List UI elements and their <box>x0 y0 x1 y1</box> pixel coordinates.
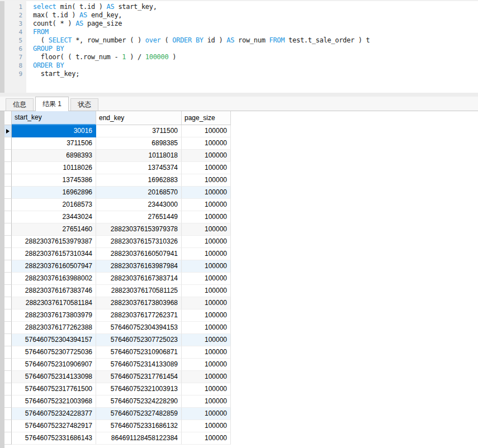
editor-line[interactable]: 1select min( t.id ) AS start_key, <box>4 3 370 11</box>
cell-end-key[interactable]: 16962883 <box>96 174 182 187</box>
cell-page-size[interactable]: 100000 <box>182 211 231 223</box>
cell-start-key[interactable]: 30016 <box>12 125 96 137</box>
cell-end-key[interactable]: 13745374 <box>96 162 182 174</box>
column-header-start-key[interactable]: start_key <box>12 111 96 125</box>
cell-page-size[interactable]: 100000 <box>182 236 231 248</box>
row-selector[interactable] <box>4 395 12 408</box>
row-selector[interactable] <box>4 125 12 137</box>
column-header-end-key[interactable]: end_key <box>96 111 182 125</box>
row-selector[interactable] <box>4 211 12 223</box>
editor-line[interactable]: 9 start_key; <box>4 70 370 78</box>
cell-end-key[interactable]: 576460752304394153 <box>96 322 182 334</box>
editor-line[interactable]: 7 floor( ( t.row_num - 1 ) / 100000 ) <box>4 53 370 61</box>
cell-start-key[interactable]: 20168573 <box>12 199 96 211</box>
row-selector[interactable] <box>4 260 12 273</box>
editor-line[interactable]: 4FROM <box>4 28 370 36</box>
row-selector[interactable] <box>4 174 12 187</box>
cell-end-key[interactable]: 288230376177262371 <box>96 309 182 322</box>
editor-results-splitter[interactable] <box>0 93 478 97</box>
cell-end-key[interactable]: 288230376173803968 <box>96 297 182 309</box>
cell-page-size[interactable]: 100000 <box>182 187 231 199</box>
tab-info[interactable]: 信息 <box>6 98 34 111</box>
cell-page-size[interactable]: 100000 <box>182 248 231 260</box>
cell-start-key[interactable]: 10118026 <box>12 162 96 174</box>
cell-end-key[interactable]: 576460752324228290 <box>96 395 182 408</box>
cell-page-size[interactable]: 100000 <box>182 383 231 395</box>
code-text[interactable]: count( * ) AS page_size <box>26 20 122 27</box>
cell-end-key[interactable]: 288230376157310326 <box>96 236 182 248</box>
row-selector[interactable] <box>4 162 12 174</box>
cell-end-key[interactable]: 576460752310906871 <box>96 346 182 359</box>
row-selector[interactable] <box>4 309 12 322</box>
tab-result-1[interactable]: 结果 1 <box>35 97 69 111</box>
cell-page-size[interactable]: 100000 <box>182 297 231 309</box>
cell-end-key[interactable]: 576460752307725023 <box>96 334 182 346</box>
code-text[interactable]: floor( ( t.row_num - 1 ) / 100000 ) <box>26 53 176 61</box>
cell-start-key[interactable]: 16962896 <box>12 187 96 199</box>
cell-page-size[interactable]: 100000 <box>182 150 231 162</box>
row-selector[interactable] <box>4 420 12 432</box>
cell-end-key[interactable]: 3711500 <box>96 125 182 137</box>
cell-end-key[interactable]: 576460752321003913 <box>96 383 182 395</box>
cell-page-size[interactable]: 100000 <box>182 125 231 137</box>
cell-page-size[interactable]: 100000 <box>182 174 231 187</box>
row-selector[interactable] <box>4 334 12 346</box>
row-selector[interactable] <box>4 359 12 371</box>
cell-page-size[interactable]: 100000 <box>182 408 231 420</box>
cell-page-size[interactable]: 100000 <box>182 309 231 322</box>
row-selector[interactable] <box>4 236 12 248</box>
cell-page-size[interactable]: 100000 <box>182 199 231 211</box>
row-selector[interactable] <box>4 285 12 297</box>
row-selector[interactable] <box>4 199 12 211</box>
code-text[interactable]: FROM <box>26 28 49 36</box>
row-selector[interactable] <box>4 371 12 383</box>
code-text[interactable]: ( SELECT *, row_number ( ) over ( ORDER … <box>26 36 370 44</box>
cell-end-key[interactable]: 27651449 <box>96 211 182 223</box>
cell-start-key[interactable]: 3711506 <box>12 137 96 150</box>
editor-line[interactable]: 8ORDER BY <box>4 61 370 70</box>
editor-line[interactable]: 5 ( SELECT *, row_number ( ) over ( ORDE… <box>4 36 370 45</box>
cell-end-key[interactable]: 23443000 <box>96 199 182 211</box>
cell-page-size[interactable]: 100000 <box>182 322 231 334</box>
cell-page-size[interactable]: 100000 <box>182 420 231 432</box>
cell-page-size[interactable]: 100000 <box>182 395 231 408</box>
cell-page-size[interactable]: 100000 <box>182 273 231 285</box>
cell-start-key[interactable]: 576460752314133098 <box>12 371 96 383</box>
cell-start-key[interactable]: 6898393 <box>12 150 96 162</box>
cell-start-key[interactable]: 27651460 <box>12 223 96 236</box>
cell-end-key[interactable]: 288230376167383714 <box>96 273 182 285</box>
cell-end-key[interactable]: 288230376170581125 <box>96 285 182 297</box>
code-text[interactable]: start_key; <box>26 70 79 78</box>
row-selector[interactable] <box>4 273 12 285</box>
cell-end-key[interactable]: 576460752327482859 <box>96 408 182 420</box>
row-selector[interactable] <box>4 248 12 260</box>
cell-page-size[interactable]: 100000 <box>182 371 231 383</box>
cell-start-key[interactable]: 576460752304394157 <box>12 334 96 346</box>
cell-start-key[interactable]: 288230376170581184 <box>12 297 96 309</box>
row-selector[interactable] <box>4 408 12 420</box>
cell-page-size[interactable]: 100000 <box>182 359 231 371</box>
sql-editor[interactable]: 1select min( t.id ) AS start_key,2max( t… <box>4 1 478 93</box>
cell-end-key[interactable]: 10118018 <box>96 150 182 162</box>
cell-end-key[interactable]: 864691128458122384 <box>96 432 182 445</box>
cell-start-key[interactable]: 288230376160507947 <box>12 260 96 273</box>
code-text[interactable]: ORDER BY <box>26 61 64 69</box>
cell-page-size[interactable]: 100000 <box>182 432 231 445</box>
cell-end-key[interactable]: 576460752317761454 <box>96 371 182 383</box>
code-text[interactable]: max( t.id ) AS end_key, <box>26 11 122 19</box>
cell-start-key[interactable]: 576460752324228377 <box>12 408 96 420</box>
cell-start-key[interactable]: 576460752317761500 <box>12 383 96 395</box>
cell-start-key[interactable]: 288230376163988002 <box>12 273 96 285</box>
code-text[interactable]: GROUP BY <box>26 45 64 53</box>
cell-end-key[interactable]: 576460752331686132 <box>96 420 182 432</box>
cell-start-key[interactable]: 576460752307725036 <box>12 346 96 359</box>
cell-start-key[interactable]: 576460752321003968 <box>12 395 96 408</box>
cell-page-size[interactable]: 100000 <box>182 260 231 273</box>
cell-end-key[interactable]: 20168570 <box>96 187 182 199</box>
cell-page-size[interactable]: 100000 <box>182 137 231 150</box>
cell-start-key[interactable]: 576460752327482917 <box>12 420 96 432</box>
cell-page-size[interactable]: 100000 <box>182 334 231 346</box>
cell-start-key[interactable]: 576460752331686143 <box>12 432 96 445</box>
cell-start-key[interactable]: 576460752310906907 <box>12 359 96 371</box>
row-selector[interactable] <box>4 137 12 150</box>
